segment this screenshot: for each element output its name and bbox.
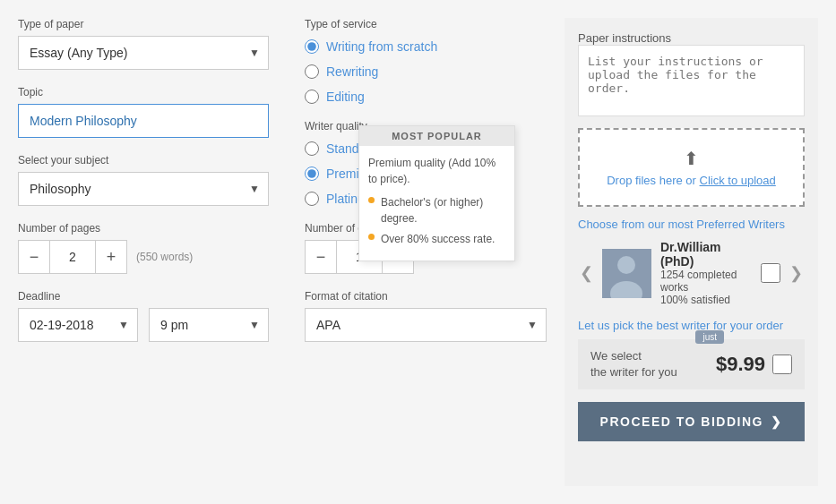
carousel-prev-button[interactable]: ❮ xyxy=(578,263,595,283)
quality-platinum-radio[interactable] xyxy=(305,192,319,206)
right-column: Paper instructions ⬆ Drop files here or … xyxy=(565,18,818,486)
carousel-next-button[interactable]: ❯ xyxy=(788,263,805,283)
pages-group: Number of pages − 2 + (550 words) xyxy=(18,222,269,274)
drop-label: Drop files here or xyxy=(607,174,696,187)
subject-select-wrapper: Philosophy English History Math ▼ xyxy=(18,172,269,206)
citation-select[interactable]: APA MLA Chicago Harvard xyxy=(305,308,547,342)
tooltip-body: Premium quality (Add 10% to price). Bach… xyxy=(359,146,514,261)
type-of-paper-select-wrapper: Essay (Any Type) Research Paper Term Pap… xyxy=(18,36,269,70)
service-rewriting-radio[interactable] xyxy=(305,64,319,79)
citation-select-wrapper: APA MLA Chicago Harvard ▼ xyxy=(305,308,547,342)
best-writer-section: Let us pick the best writer for your ord… xyxy=(578,319,805,389)
writer-select-checkbox[interactable] xyxy=(761,263,780,283)
tooltip-bullet-2-text: Over 80% success rate. xyxy=(381,231,495,247)
tooltip-intro: Premium quality (Add 10% to price). xyxy=(368,155,505,187)
writer-card: Dr.William (PhD) 1254 completed works 10… xyxy=(602,240,780,306)
file-drop-zone[interactable]: ⬆ Drop files here or Click to upload xyxy=(578,128,805,207)
writer-carousel: ❮ Dr.William (PhD) 1254 com xyxy=(578,240,805,306)
bullet-dot-1 xyxy=(368,197,375,203)
subject-label: Select your subject xyxy=(18,154,269,167)
best-writer-card: just We selectthe writer for you $9.99 xyxy=(578,339,805,389)
price-section: $9.99 xyxy=(716,353,792,376)
pages-label: Number of pages xyxy=(18,222,269,235)
pages-number-control: − 2 + xyxy=(18,240,127,274)
quality-standard-radio[interactable] xyxy=(305,141,319,156)
service-writing-label: Writing from scratch xyxy=(326,39,437,54)
proceed-arrow-icon: ❯ xyxy=(771,414,783,429)
deadline-time-select[interactable]: 9 pm 10 pm 11 pm 12 am xyxy=(149,308,269,342)
quality-premium-radio[interactable] xyxy=(305,167,319,181)
pages-value: 2 xyxy=(50,240,95,274)
left-column: Type of paper Essay (Any Type) Research … xyxy=(18,18,287,486)
upload-icon: ⬆ xyxy=(598,148,785,169)
price-select-checkbox[interactable] xyxy=(772,355,792,374)
bullet-dot-2 xyxy=(368,234,375,240)
type-of-paper-select[interactable]: Essay (Any Type) Research Paper Term Pap… xyxy=(18,36,269,70)
service-rewriting-option[interactable]: Rewriting xyxy=(305,64,547,79)
best-writer-text: We selectthe writer for you xyxy=(590,348,677,380)
words-hint: (550 words) xyxy=(136,251,193,263)
deadline-date-select[interactable]: 02-19-2018 xyxy=(18,308,138,342)
best-writer-title: Let us pick the best writer for your ord… xyxy=(578,319,805,332)
writer-avatar-img xyxy=(602,249,651,298)
service-label: Type of service xyxy=(305,18,547,30)
instructions-textarea[interactable] xyxy=(578,45,805,116)
writer-info: Dr.William (PhD) 1254 completed works 10… xyxy=(660,240,752,306)
service-group: Type of service Writing from scratch Rew… xyxy=(305,18,547,104)
pages-decrement-button[interactable]: − xyxy=(18,240,50,274)
proceed-label: PROCEED TO BIDDING xyxy=(600,414,763,429)
writer-name: Dr.William (PhD) xyxy=(660,240,752,269)
instructions-label: Paper instructions xyxy=(578,31,671,45)
service-writing-option[interactable]: Writing from scratch xyxy=(305,39,547,54)
type-of-paper-group: Type of paper Essay (Any Type) Research … xyxy=(18,18,269,70)
svg-point-1 xyxy=(617,256,635,274)
tooltip-bullet-1-text: Bachelor's (or higher) degree. xyxy=(381,194,505,226)
topic-label: Topic xyxy=(18,86,269,98)
instructions-section: Paper instructions xyxy=(578,31,805,119)
price-value: $9.99 xyxy=(716,353,765,376)
proceed-button[interactable]: PROCEED TO BIDDING ❯ xyxy=(578,402,805,441)
deadline-row: 02-19-2018 ▼ 9 pm 10 pm 11 pm 12 am ▼ xyxy=(18,308,269,342)
service-editing-option[interactable]: Editing xyxy=(305,90,547,104)
topic-input[interactable] xyxy=(18,104,269,138)
tooltip-bullet-2: Over 80% success rate. xyxy=(368,231,505,247)
service-writing-radio[interactable] xyxy=(305,39,319,54)
pages-increment-button[interactable]: + xyxy=(95,240,127,274)
deadline-group: Deadline 02-19-2018 ▼ 9 pm 10 pm 11 pm 1… xyxy=(18,290,269,342)
type-of-paper-label: Type of paper xyxy=(18,18,269,30)
just-badge: just xyxy=(695,330,724,344)
tooltip-header: MOST POPULAR xyxy=(359,126,514,146)
preferred-writers-section: Choose from our most Preferred Writers ❮ xyxy=(578,218,805,306)
citation-label: Format of citation xyxy=(305,290,547,303)
tooltip-bullet-1: Bachelor's (or higher) degree. xyxy=(368,194,505,226)
writer-avatar-svg xyxy=(602,249,651,298)
deadline-label: Deadline xyxy=(18,290,269,303)
premium-tooltip: MOST POPULAR Premium quality (Add 10% to… xyxy=(358,125,515,261)
writer-avatar xyxy=(602,249,651,298)
service-rewriting-label: Rewriting xyxy=(326,64,378,79)
drop-link[interactable]: Click to upload xyxy=(700,174,776,187)
deadline-date-wrapper: 02-19-2018 ▼ xyxy=(18,308,138,342)
preferred-writers-title: Choose from our most Preferred Writers xyxy=(578,218,805,231)
writer-works: 1254 completed works xyxy=(660,269,752,294)
service-editing-label: Editing xyxy=(326,90,365,104)
middle-column: Type of service Writing from scratch Rew… xyxy=(287,18,565,486)
cited-decrement-button[interactable]: − xyxy=(305,240,337,274)
writer-satisfied: 100% satisfied xyxy=(660,294,752,306)
deadline-time-wrapper: 9 pm 10 pm 11 pm 12 am ▼ xyxy=(149,308,269,342)
topic-group: Topic xyxy=(18,86,269,138)
service-editing-radio[interactable] xyxy=(305,90,319,104)
subject-group: Select your subject Philosophy English H… xyxy=(18,154,269,206)
citation-format-group: Format of citation APA MLA Chicago Harva… xyxy=(305,290,547,342)
subject-select[interactable]: Philosophy English History Math xyxy=(18,172,269,206)
